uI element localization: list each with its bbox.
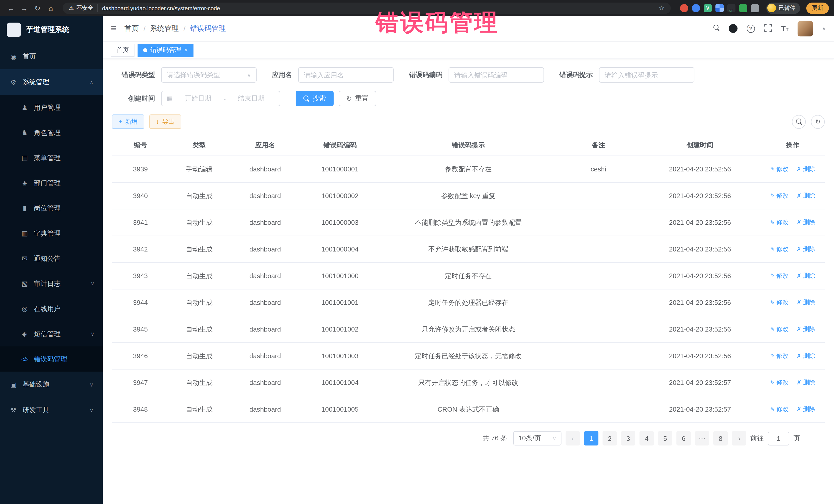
sidebar-item-infrastructure[interactable]: ▣ 基础设施 ∨ (0, 372, 103, 397)
reset-button[interactable]: ↻ 重置 (339, 91, 376, 106)
sidebar-item-dept-mgmt[interactable]: ♣ 部门管理 (0, 170, 103, 196)
date-range-picker[interactable]: ▦ 开始日期 - 结束日期 (161, 91, 280, 106)
browser-back-icon[interactable]: ← (5, 4, 17, 12)
delete-link[interactable]: ✗删除 (797, 325, 815, 334)
edit-icon: ✎ (770, 219, 775, 226)
page-button-3[interactable]: 3 (621, 431, 635, 445)
app-logo-block[interactable]: 芋道管理系统 (0, 16, 103, 44)
error-type-select[interactable]: 请选择错误码类型 ∨ (161, 67, 257, 83)
chevron-down-icon[interactable]: ∨ (822, 26, 826, 31)
breadcrumb-system[interactable]: 系统管理 (150, 24, 179, 33)
sidebar-item-audit-log[interactable]: ▧ 审计日志 ∨ (0, 271, 103, 296)
export-button[interactable]: ↓ 导出 (149, 114, 181, 129)
edit-link[interactable]: ✎修改 (770, 325, 789, 334)
delete-link[interactable]: ✗删除 (797, 165, 815, 174)
error-hint-input[interactable] (605, 71, 689, 79)
edit-icon: ✎ (770, 353, 775, 359)
browser-forward-icon[interactable]: → (19, 4, 30, 12)
vue-devtools-icon[interactable]: V (704, 4, 712, 12)
edit-link[interactable]: ✎修改 (770, 271, 789, 280)
sidebar-item-dict-mgmt[interactable]: ▥ 字典管理 (0, 221, 103, 246)
app-name-input[interactable] (304, 71, 388, 79)
delete-link[interactable]: ✗删除 (797, 218, 815, 227)
edit-link[interactable]: ✎修改 (770, 378, 789, 387)
sidebar-item-post-mgmt[interactable]: ▮ 岗位管理 (0, 196, 103, 221)
sidebar-item-menu-mgmt[interactable]: ▤ 菜单管理 (0, 145, 103, 170)
page-button-1[interactable]: 1 (584, 431, 598, 445)
delete-link[interactable]: ✗删除 (797, 378, 815, 387)
browser-profile-badge[interactable]: 已暂停 (766, 2, 800, 14)
next-page-button[interactable]: › (732, 431, 746, 445)
page-size-select[interactable]: 10条/页 ∨ (513, 431, 562, 445)
tab-home[interactable]: 首页 (111, 43, 134, 57)
error-code-table: 编号 类型 应用名 错误码编码 错误码提示 备注 创建时间 操作 3939 (112, 135, 825, 423)
breadcrumb-home[interactable]: 首页 (125, 24, 139, 33)
more-pages-button[interactable]: ⋯ (695, 431, 709, 445)
search-button[interactable]: 搜索 (295, 91, 334, 106)
sidebar-toggle-icon[interactable]: ≡ (111, 23, 116, 34)
extension-red-icon[interactable] (680, 4, 688, 12)
tab-error-code-mgmt[interactable]: 错误码管理 × (137, 43, 194, 57)
sidebar-item-dev-tools[interactable]: ⚒ 研发工具 ∨ (0, 397, 103, 423)
page-button-2[interactable]: 2 (602, 431, 617, 445)
col-time: 创建时间 (639, 135, 761, 156)
sidebar-item-sms-mgmt[interactable]: ◈ 短信管理 ∨ (0, 321, 103, 346)
edit-link[interactable]: ✎修改 (770, 165, 789, 174)
error-code-input[interactable] (454, 71, 539, 79)
sidebar-item-label: 角色管理 (34, 128, 61, 137)
refresh-table-button[interactable]: ↻ (811, 115, 825, 129)
page-button-5[interactable]: 5 (658, 431, 672, 445)
delete-link[interactable]: ✗删除 (797, 352, 815, 360)
table-row: 3943 自动生成 dashboard 1001001000 定时任务不存在 2… (112, 263, 825, 289)
filter-row-2: 创建时间 ▦ 开始日期 - 结束日期 搜索 ↻ 重 (112, 91, 825, 106)
delete-link[interactable]: ✗删除 (797, 192, 815, 200)
page-button-6[interactable]: 6 (676, 431, 691, 445)
proxy-extension-icon[interactable]: on (727, 4, 736, 12)
toggle-search-button[interactable] (792, 115, 806, 129)
delete-link[interactable]: ✗删除 (797, 405, 815, 414)
tree-icon: ♣ (21, 179, 29, 187)
sidebar-item-user-mgmt[interactable]: ♟ 用户管理 (0, 95, 103, 120)
delete-link[interactable]: ✗删除 (797, 245, 815, 254)
browser-update-button[interactable]: 更新 (806, 2, 829, 14)
page-button-8[interactable]: 8 (714, 431, 728, 445)
browser-reload-icon[interactable]: ↻ (32, 4, 43, 12)
sidebar-item-home[interactable]: ◉ 首页 (0, 44, 103, 69)
sidebar-item-online-users[interactable]: ◎ 在线用户 (0, 296, 103, 321)
close-icon[interactable]: × (184, 47, 188, 53)
edit-link[interactable]: ✎修改 (770, 245, 789, 254)
url-text[interactable]: dashboard.yudao.iocoder.cn/system/error-… (102, 5, 659, 11)
extension-grid-icon[interactable] (716, 4, 724, 12)
delete-link[interactable]: ✗删除 (797, 298, 815, 307)
font-size-icon[interactable]: T T (781, 24, 788, 33)
sidebar-item-system-mgmt[interactable]: ⚙ 系统管理 ∧ (0, 69, 103, 95)
github-icon[interactable] (728, 24, 737, 33)
header-search-icon[interactable] (713, 25, 719, 32)
user-avatar[interactable] (798, 21, 813, 36)
edit-link[interactable]: ✎修改 (770, 352, 789, 360)
prev-page-button[interactable]: ‹ (566, 431, 580, 445)
security-label[interactable]: 不安全 (76, 4, 98, 12)
extensions-puzzle-icon[interactable] (751, 4, 759, 12)
page-size-value: 10条/页 (518, 434, 541, 443)
add-button[interactable]: + 新增 (112, 114, 144, 129)
sidebar-item-label: 审计日志 (34, 279, 61, 288)
fullscreen-icon[interactable] (764, 24, 772, 33)
delete-link[interactable]: ✗删除 (797, 271, 815, 280)
page-button-4[interactable]: 4 (639, 431, 654, 445)
edit-link[interactable]: ✎修改 (770, 192, 789, 200)
goto-page-input[interactable] (768, 431, 789, 445)
add-button-label: 新增 (125, 117, 137, 126)
bookmark-star-icon[interactable]: ☆ (659, 4, 665, 12)
address-bar[interactable]: ⚠ 不安全 dashboard.yudao.iocoder.cn/system/… (63, 2, 671, 14)
extension-green-icon[interactable] (739, 4, 747, 12)
edit-link[interactable]: ✎修改 (770, 298, 789, 307)
sidebar-item-role-mgmt[interactable]: ♞ 角色管理 (0, 120, 103, 145)
extension-blue-icon[interactable] (692, 4, 700, 12)
browser-home-icon[interactable]: ⌂ (45, 4, 57, 12)
sidebar-item-error-code-mgmt[interactable]: </> 错误码管理 (0, 346, 103, 372)
edit-link[interactable]: ✎修改 (770, 405, 789, 414)
sidebar-item-notice[interactable]: ✉ 通知公告 (0, 246, 103, 271)
edit-link[interactable]: ✎修改 (770, 218, 789, 227)
help-icon[interactable]: ? (746, 24, 755, 32)
